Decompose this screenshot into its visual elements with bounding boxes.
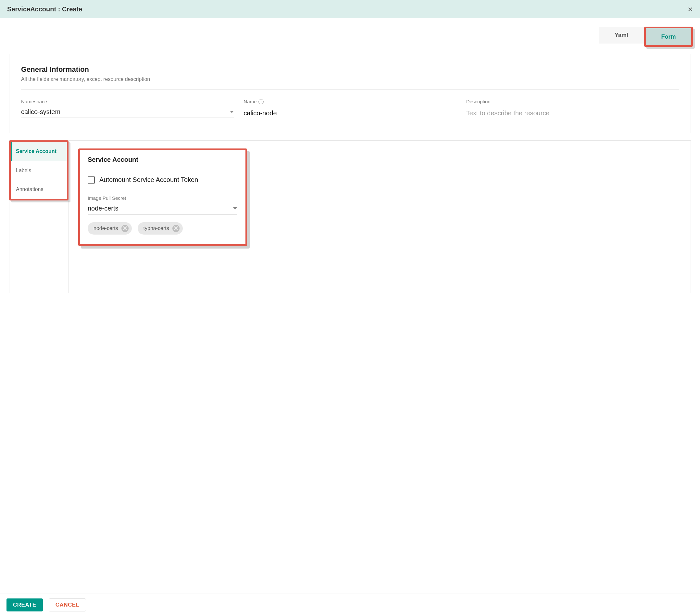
chevron-down-icon	[230, 111, 234, 113]
name-label-text: Name	[243, 99, 257, 104]
chip-label: node-certs	[93, 225, 118, 231]
highlight-form-tab: Form	[644, 27, 693, 47]
chevron-down-icon	[233, 207, 237, 210]
automount-row: Automount Service Account Token	[88, 176, 238, 184]
description-label: Description	[466, 99, 679, 104]
highlight-side-tabs: Service Account Labels Annotations	[9, 140, 68, 200]
side-tabs: Service Account Labels Annotations	[9, 141, 68, 293]
automount-checkbox[interactable]	[88, 176, 95, 184]
tab-yaml[interactable]: Yaml	[599, 27, 644, 44]
namespace-select[interactable]: calico-system	[21, 107, 234, 118]
tab-form[interactable]: Form	[646, 28, 691, 45]
divider	[21, 89, 679, 90]
side-tab-annotations[interactable]: Annotations	[11, 180, 67, 199]
name-input[interactable]	[243, 107, 456, 119]
name-label: Name i	[243, 99, 456, 104]
dialog-header: ServiceAccount : Create ×	[0, 0, 700, 18]
create-button[interactable]: CREATE	[7, 599, 43, 612]
image-pull-secret-select[interactable]: node-certs	[88, 203, 237, 214]
general-info-subtitle: All the fields are mandatory, except res…	[21, 76, 679, 82]
image-pull-secret-chips: node-certs typha-certs	[88, 222, 238, 235]
namespace-field: Namespace calico-system	[21, 99, 234, 119]
namespace-value: calico-system	[21, 108, 60, 116]
view-mode-tabs: Yaml Form	[0, 18, 700, 51]
side-tab-labels[interactable]: Labels	[11, 161, 67, 180]
service-account-pane: Service Account Automount Service Accoun…	[68, 141, 691, 293]
dialog-title: ServiceAccount : Create	[7, 5, 82, 13]
image-pull-secret-value: node-certs	[88, 205, 118, 212]
name-field: Name i	[243, 99, 456, 119]
chip-node-certs: node-certs	[88, 222, 132, 235]
automount-label: Automount Service Account Token	[99, 176, 198, 184]
description-input[interactable]	[466, 107, 679, 119]
general-info-card: General Information All the fields are m…	[9, 54, 691, 133]
chip-remove-icon[interactable]	[122, 225, 128, 232]
highlight-service-account-panel: Service Account Automount Service Accoun…	[78, 148, 247, 246]
description-field: Description	[466, 99, 679, 119]
main-content: Yaml Form General Information All the fi…	[0, 18, 700, 594]
chip-label: typha-certs	[143, 225, 169, 231]
side-tab-service-account[interactable]: Service Account	[11, 142, 67, 161]
divider	[88, 166, 238, 167]
detail-grid: Service Account Labels Annotations Servi…	[9, 140, 691, 293]
info-icon[interactable]: i	[259, 99, 264, 104]
close-icon[interactable]: ×	[688, 5, 693, 13]
footer: CREATE CANCEL	[0, 594, 700, 616]
general-fields-row: Namespace calico-system Name i Descripti…	[21, 99, 679, 119]
cancel-button[interactable]: CANCEL	[49, 599, 86, 612]
namespace-label: Namespace	[21, 99, 234, 104]
chip-typha-certs: typha-certs	[138, 222, 183, 235]
general-info-title: General Information	[21, 65, 679, 74]
sa-panel-title: Service Account	[88, 156, 238, 163]
chip-remove-icon[interactable]	[172, 225, 179, 232]
image-pull-secret-label: Image Pull Secret	[88, 195, 238, 201]
